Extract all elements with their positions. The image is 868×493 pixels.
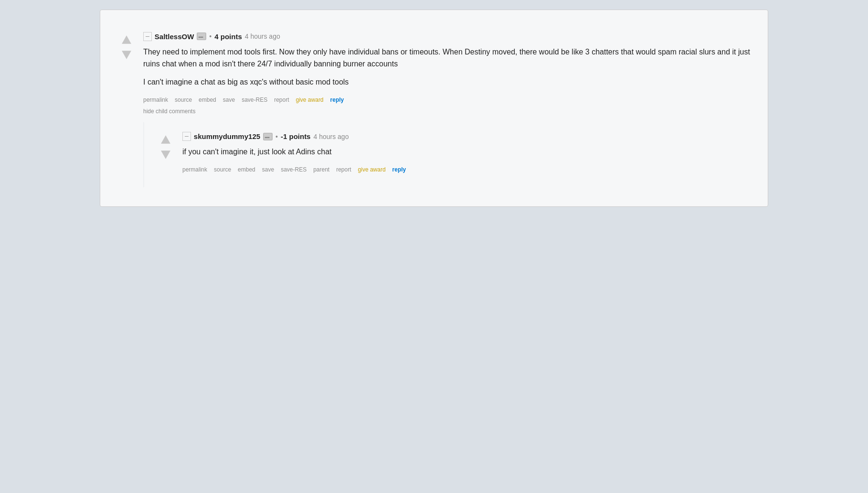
embed-link-1[interactable]: embed (199, 95, 216, 106)
svg-text:▬▬: ▬▬ (199, 34, 203, 39)
comment-1: – SaltlessOW ▬▬ • 4 points 4 hours ago T… (115, 24, 753, 122)
points-1: 4 points (214, 32, 242, 41)
points-2: -1 points (281, 132, 311, 140)
vote-column-1 (115, 33, 138, 62)
page-container: – SaltlessOW ▬▬ • 4 points 4 hours ago T… (100, 10, 768, 207)
reply-link-1[interactable]: reply (330, 95, 344, 106)
parent-link-2[interactable]: parent (313, 165, 329, 175)
bullet-2: • (275, 133, 278, 140)
svg-marker-0 (122, 35, 131, 44)
svg-marker-4 (161, 135, 170, 144)
downvote-button-2[interactable] (159, 148, 172, 161)
save-link-1[interactable]: save (223, 95, 235, 106)
source-link-2[interactable]: source (214, 165, 231, 175)
collapse-button-2[interactable]: – (182, 132, 191, 141)
svg-marker-1 (122, 51, 131, 59)
svg-text:▬▬: ▬▬ (265, 134, 270, 139)
report-link-2[interactable]: report (336, 165, 351, 175)
bullet-1: • (209, 32, 212, 40)
action-bar-1: permalink source embed save save-RES rep… (143, 95, 753, 106)
save-res-link-2[interactable]: save-RES (281, 165, 307, 175)
vote-column-2 (154, 133, 178, 161)
comment-paragraph-2-0: if you can't imagine it, just look at Ad… (182, 146, 753, 158)
user-icon-1: ▬▬ (197, 32, 206, 40)
comment-body-1: – SaltlessOW ▬▬ • 4 points 4 hours ago T… (143, 32, 753, 115)
report-link-1[interactable]: report (274, 95, 289, 106)
comment-paragraph-1-0: They need to implement mod tools first. … (143, 46, 753, 70)
upvote-button-1[interactable] (120, 33, 133, 46)
comment-2: – skummydummy125 ▬▬ • -1 points 4 hours … (154, 132, 753, 182)
collapse-button-1[interactable]: – (143, 32, 152, 41)
comment-header-1: – SaltlessOW ▬▬ • 4 points 4 hours ago (143, 32, 753, 41)
source-link-1[interactable]: source (175, 95, 192, 106)
action-bar-2: permalink source embed save save-RES par… (182, 165, 753, 175)
user-icon-2: ▬▬ (263, 133, 273, 140)
embed-link-2[interactable]: embed (238, 165, 255, 175)
timestamp-2: 4 hours ago (313, 133, 349, 140)
comment-thread: – SaltlessOW ▬▬ • 4 points 4 hours ago T… (115, 24, 753, 187)
username-2[interactable]: skummydummy125 (194, 132, 260, 140)
reply-link-2[interactable]: reply (392, 165, 406, 175)
comment-paragraph-1-1: I can't imagine a chat as big as xqc's w… (143, 76, 753, 88)
comment-text-1: They need to implement mod tools first. … (143, 46, 753, 88)
hide-children-row-1: hide child comments (143, 107, 753, 115)
svg-marker-5 (161, 150, 170, 159)
comment-body-2: – skummydummy125 ▬▬ • -1 points 4 hours … (182, 132, 753, 175)
permalink-link-1[interactable]: permalink (143, 95, 168, 106)
hide-children-link-1[interactable]: hide child comments (143, 108, 195, 115)
comment-indent-2: – skummydummy125 ▬▬ • -1 points 4 hours … (143, 122, 753, 187)
save-link-2[interactable]: save (262, 165, 274, 175)
give-award-link-1[interactable]: give award (296, 95, 324, 106)
save-res-link-1[interactable]: save-RES (242, 95, 267, 106)
permalink-link-2[interactable]: permalink (182, 165, 207, 175)
timestamp-1: 4 hours ago (245, 32, 280, 40)
comment-text-2: if you can't imagine it, just look at Ad… (182, 146, 753, 158)
downvote-button-1[interactable] (120, 48, 133, 62)
username-1[interactable]: SaltlessOW (155, 32, 194, 41)
give-award-link-2[interactable]: give award (358, 165, 386, 175)
comment-header-2: – skummydummy125 ▬▬ • -1 points 4 hours … (182, 132, 753, 141)
upvote-button-2[interactable] (159, 133, 172, 146)
